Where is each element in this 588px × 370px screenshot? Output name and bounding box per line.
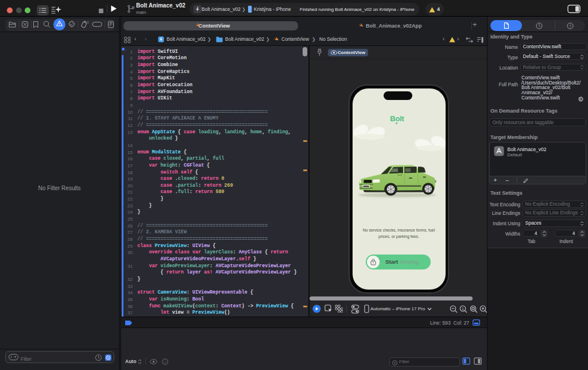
svg-text:i: i [165, 360, 166, 364]
svg-text:1: 1 [462, 307, 464, 311]
svg-text:?: ? [569, 24, 571, 28]
